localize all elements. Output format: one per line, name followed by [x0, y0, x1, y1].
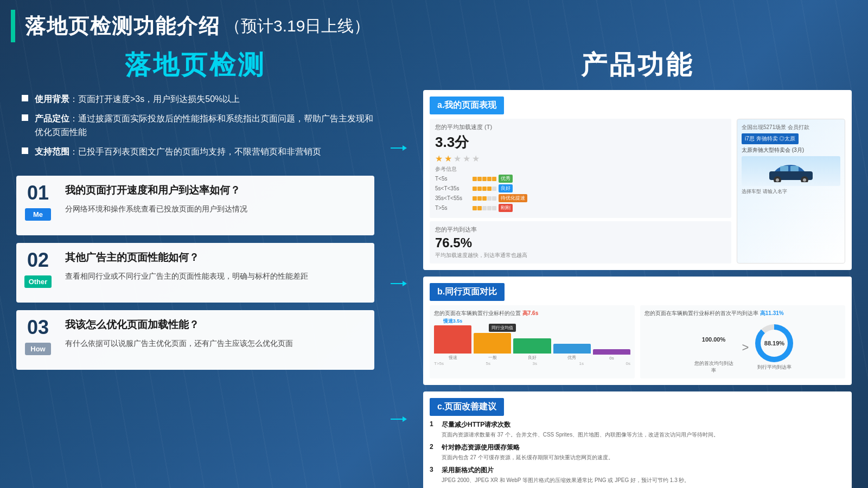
section-c-content: 1 尽量减少HTTP请求次数 页面内资源请求数量有 37 个。合并文件、CSS …: [423, 420, 852, 488]
feature-cards: 01 Me 我的页面打开速度和用户到达率如何？ 分网络环境和操作系统查看已投放页…: [16, 176, 374, 370]
left-panel: 落地页检测 使用背景：页面打开速度>3s，用户到达损失50%以上 产品定位：通过…: [16, 48, 374, 487]
improvement-2-title: 针对静态资源使用缓存策略: [442, 443, 845, 452]
right-panel: 产品功能 a.我的页面表现 您的平均加载速度 (T) 3.3分 ★: [423, 48, 852, 487]
bar-5: [593, 349, 630, 355]
star-3: ★: [454, 153, 461, 164]
ref-header: 参考信息: [435, 165, 726, 173]
connector-2: [391, 281, 407, 286]
bar-col-4: - 优秀: [553, 338, 591, 361]
card-1-content: 我的页面打开速度和用户到达率如何？ 分网络环境和操作系统查看已投放页面的用户到达…: [60, 176, 374, 235]
card-1-number-block: 01 Me: [16, 176, 60, 235]
arrival-value: 76.5%: [435, 235, 726, 251]
header-accent: [11, 10, 15, 42]
page-subtitle: （预计3.19日上线）: [225, 15, 370, 37]
circle-chart-title: 您的页面在车辆购置行业标杆的首次平均到达率 高11.31%: [644, 310, 841, 317]
card-2-number: 02: [27, 251, 49, 270]
section-a-ad: 全国出现5271场景 会员打款 i7思 奔驰特卖 ◎太原 太原奔驰大型特卖会 (…: [737, 119, 845, 264]
bar-2: [474, 333, 511, 354]
card-3-content: 我该怎么优化页面加载性能？ 有什么依据可以说服广告主优化页面，还有广告主应该怎么…: [60, 310, 374, 370]
circle-1-label: 您的首次均匀到达率: [692, 360, 736, 374]
page-title: 落地页检测功能介绍: [25, 12, 220, 40]
improvement-3-title: 采用新格式的图片: [442, 466, 845, 475]
improvement-2-num: 2: [430, 443, 437, 461]
card-2-tag: Other: [24, 275, 52, 288]
improvement-1-title: 尽量减少HTTP请求次数: [442, 420, 845, 429]
bar-1: [434, 325, 471, 354]
bar-chart-container: 同行业均值 慢速3.5s 慢速 -: [434, 323, 630, 366]
card-2-number-block: 02 Other: [16, 243, 60, 303]
arrival-label: 您的平均到达率: [435, 226, 726, 234]
card-2-title: 其他广告主的页面性能如何？: [65, 251, 363, 265]
improvement-3-desc: JPEG 2000、JPEG XR 和 WebP 等图片格式的压缩效果通常比 P…: [442, 476, 845, 484]
svg-point-2: [776, 178, 779, 182]
stars-display: ★ ★ ★ ★ ★: [435, 153, 726, 164]
card-1-desc: 分网络环境和操作系统查看已投放页面的用户到达情况: [65, 203, 363, 216]
arrival-rate-box: 您的平均到达率 76.5% 平均加载速度越快，到达率通常也越高: [430, 221, 731, 264]
star-5: ★: [472, 153, 480, 164]
circle-stats: 100.00% 您的首次均匀到达率 > 88.19% 到行平均到达率: [644, 320, 841, 374]
svg-rect-5: [780, 166, 788, 171]
card-1-title: 我的页面打开速度和用户到达率如何？: [65, 183, 363, 197]
bar-4: [553, 344, 591, 354]
metric-speed-value: 3.3分: [435, 133, 726, 152]
star-1: ★: [435, 153, 443, 164]
circle-stat-1: 100.00% 您的首次均匀到达率: [692, 320, 736, 374]
bar-col-2: - 一般: [474, 327, 511, 361]
improvement-3-num: 3: [430, 466, 437, 484]
bullet-list: 使用背景：页面打开速度>3s，用户到达损失50%以上 产品定位：通过披露页面实际…: [16, 92, 374, 164]
bullet-square-3: [22, 147, 28, 154]
bar-col-5: - 0s: [593, 343, 630, 361]
gt-sign: >: [742, 341, 749, 355]
card-1-number: 01: [27, 183, 49, 203]
bar-col-1: 慢速3.5s 慢速: [434, 318, 471, 361]
bar-3: [513, 338, 551, 354]
circle-2-inner: 88.19%: [761, 330, 788, 357]
ad-image: [742, 156, 840, 186]
bullet-text-1: ：页面打开速度>3s，用户到达损失50%以上: [69, 94, 240, 104]
svg-rect-6: [790, 166, 799, 171]
feature-card-2: 02 Other 其他广告主的页面性能如何？ 查看相同行业或不同行业广告主的页面…: [16, 243, 374, 303]
metric-speed-label: 您的平均加载速度 (T): [435, 123, 726, 131]
card-3-number-block: 03 How: [16, 310, 60, 370]
page-wrapper: 落地页检测功能介绍 （预计3.19日上线） 落地页检测 使用背景：页面打开速度>…: [0, 0, 868, 488]
section-b: b.同行页面对比 您的页面在车辆购置行业标杆的位置 高7.6s 同行业均值 慢速…: [423, 277, 852, 385]
section-a: a.我的页面表现 您的平均加载速度 (T) 3.3分 ★ ★ ★: [423, 90, 852, 270]
section-c-header: c.页面改善建议: [430, 398, 504, 416]
bar-chart: 慢速3.5s 慢速 - 一般: [434, 323, 630, 361]
section-a-left: 您的平均加载速度 (T) 3.3分 ★ ★ ★ ★ ★: [430, 119, 731, 264]
x-axis-labels: T>5s 5s 3s 1s 0s: [434, 361, 630, 366]
section-b-header: b.同行页面对比: [430, 283, 505, 301]
improvement-1-desc: 页面内资源请求数量有 37 个。合并文件、CSS Sprites、图片地图、内联…: [442, 431, 845, 439]
main-content: 落地页检测 使用背景：页面打开速度>3s，用户到达损失50%以上 产品定位：通过…: [0, 48, 868, 488]
connector-3: [391, 416, 407, 422]
star-4: ★: [463, 153, 470, 164]
bullet-item-3: 支持范围：已投手百列表页图文广告的页面均支持，不限营销页和非营销页: [22, 145, 374, 159]
right-section-title: 产品功能: [423, 48, 852, 82]
ref-row-3: 35s<T<55s 待优化提速: [435, 194, 726, 202]
circle-stat-2: 88.19% 到行平均到达率: [755, 324, 793, 371]
car-icon: [767, 160, 815, 182]
svg-point-4: [803, 178, 806, 182]
bullet-label-1: 使用背景: [35, 94, 69, 104]
bullet-text-2: ：通过披露页面实际投放后的性能指标和系统指出页面问题，帮助广告主发现和优化页面性…: [35, 114, 373, 137]
improvement-2: 2 针对静态资源使用缓存策略 页面内包含 27 个可缓存资源，延长缓存期限可加快…: [430, 443, 845, 461]
bullet-square-2: [22, 114, 28, 121]
circle-1: 100.00%: [695, 320, 733, 358]
bullet-square-1: [22, 95, 28, 101]
improvement-2-desc: 页面内包含 27 个可缓存资源，延长缓存期限可加快重访您网页的速度。: [442, 453, 845, 461]
section-a-header: a.我的页面表现: [430, 97, 504, 114]
section-a-body: 您的平均加载速度 (T) 3.3分 ★ ★ ★ ★ ★: [423, 119, 852, 270]
card-3-desc: 有什么依据可以说服广告主优化页面，还有广告主应该怎么优化页面: [65, 337, 363, 350]
circle-chart-area: 您的页面在车辆购置行业标杆的首次平均到达率 高11.31% 100.00% 您的…: [640, 305, 845, 378]
card-3-title: 我该怎么优化页面加载性能？: [65, 318, 363, 332]
feature-card-1: 01 Me 我的页面打开速度和用户到达率如何？ 分网络环境和操作系统查看已投放页…: [16, 176, 374, 235]
product-features: a.我的页面表现 您的平均加载速度 (T) 3.3分 ★ ★ ★: [423, 90, 852, 488]
bullet-item-1: 使用背景：页面打开速度>3s，用户到达损失50%以上: [22, 92, 374, 106]
card-3-number: 03: [27, 318, 49, 337]
ad-title: i7思 奔驰特卖 ◎太原: [742, 133, 799, 144]
bullet-label-3: 支持范围: [35, 147, 69, 156]
circle-2: 88.19%: [755, 324, 793, 362]
ad-footer: 选择车型 请输入名字: [742, 188, 840, 195]
card-1-tag: Me: [25, 208, 51, 221]
section-b-content: 您的页面在车辆购置行业标杆的位置 高7.6s 同行业均值 慢速3.5s 慢速: [423, 305, 852, 385]
